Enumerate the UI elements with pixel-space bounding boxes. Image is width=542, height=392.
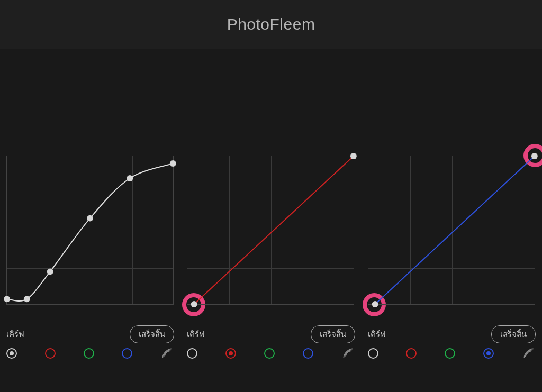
curve-grid[interactable] (187, 156, 354, 305)
curve-line[interactable] (194, 156, 354, 304)
curve-panel: เคิร์ฟเสร็จสิ้น (0, 49, 180, 392)
channel-green-button[interactable] (84, 348, 94, 359)
reset-curve-icon[interactable] (160, 347, 174, 360)
curve-line[interactable] (375, 156, 534, 304)
reset-curve-icon[interactable] (522, 347, 536, 360)
curve-plot[interactable] (368, 156, 535, 304)
channel-red-button[interactable] (225, 348, 236, 359)
app-header: PhotoFleem (0, 0, 542, 49)
labels-row: เคิร์ฟเสร็จสิ้น (368, 325, 536, 343)
channel-white-button[interactable] (368, 348, 378, 359)
panel-toolbar: เคิร์ฟเสร็จสิ้น (362, 316, 542, 392)
curve-label: เคิร์ฟ (187, 328, 205, 341)
curve-control-point[interactable] (24, 296, 30, 302)
curve-control-point[interactable] (191, 301, 197, 307)
curve-grid[interactable] (6, 156, 174, 305)
channel-row (368, 347, 536, 360)
channel-white-button[interactable] (6, 348, 17, 359)
curve-control-point[interactable] (127, 175, 133, 181)
curve-label: เคิร์ฟ (6, 328, 24, 341)
labels-row: เคิร์ฟเสร็จสิ้น (187, 325, 355, 343)
reset-curve-icon[interactable] (341, 347, 355, 360)
curve-control-point[interactable] (170, 160, 176, 167)
curve-control-point[interactable] (4, 296, 10, 302)
curve-plot[interactable] (7, 156, 173, 304)
channel-blue-button[interactable] (483, 348, 494, 359)
app-title: PhotoFleem (227, 15, 315, 33)
curve-panel: เคิร์ฟเสร็จสิ้น (362, 49, 542, 392)
channel-blue-button[interactable] (122, 348, 132, 359)
channel-red-button[interactable] (45, 348, 56, 359)
curve-line[interactable] (7, 163, 173, 301)
channel-row (187, 347, 355, 360)
curve-control-point[interactable] (87, 215, 93, 222)
curve-panel: เคิร์ฟเสร็จสิ้น (180, 49, 361, 392)
channel-blue-button[interactable] (303, 348, 313, 359)
curve-label: เคิร์ฟ (368, 328, 386, 341)
curve-control-point[interactable] (372, 301, 378, 307)
curve-plot[interactable] (187, 156, 354, 304)
done-button[interactable]: เสร็จสิ้น (311, 325, 355, 343)
panel-toolbar: เคิร์ฟเสร็จสิ้น (180, 316, 361, 392)
labels-row: เคิร์ฟเสร็จสิ้น (6, 325, 174, 343)
channel-row (6, 347, 174, 360)
curve-control-point[interactable] (47, 268, 53, 275)
panel-toolbar: เคิร์ฟเสร็จสิ้น (0, 316, 180, 392)
channel-white-button[interactable] (187, 348, 197, 359)
channel-green-button[interactable] (264, 348, 275, 359)
done-button[interactable]: เสร็จสิ้น (491, 325, 536, 343)
channel-green-button[interactable] (445, 348, 455, 359)
curve-grid[interactable] (368, 156, 535, 305)
channel-red-button[interactable] (406, 348, 417, 359)
curve-control-point[interactable] (531, 153, 538, 159)
panels-row: เคิร์ฟเสร็จสิ้นเคิร์ฟเสร็จสิ้นเคิร์ฟเสร็… (0, 49, 542, 392)
done-button[interactable]: เสร็จสิ้น (130, 325, 174, 343)
curve-control-point[interactable] (350, 153, 357, 159)
